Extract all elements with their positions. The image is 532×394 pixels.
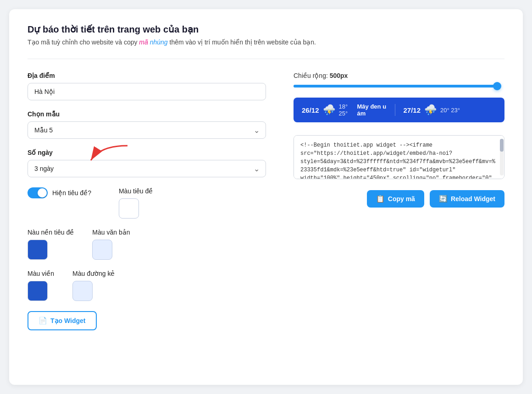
code-area-wrapper: <!--Begin thoitiet.app widget --><iframe… xyxy=(294,135,504,181)
page-title: Dự báo thời tiết trên trang web của bạn xyxy=(28,24,504,35)
main-card: Dự báo thời tiết trên trang web của bạn … xyxy=(9,9,523,385)
toggle-knob xyxy=(38,188,47,197)
line-color-swatch[interactable] xyxy=(72,281,93,301)
location-group: Địa điểm xyxy=(28,72,266,100)
width-value: 500px xyxy=(330,72,348,79)
days-select[interactable]: 1 ngày 2 ngày 3 ngày 5 ngày 7 ngày xyxy=(28,160,266,177)
line-color-group: Màu đường kẻ xyxy=(72,270,115,301)
bg-color-label: Nàu nền tiêu đề xyxy=(28,229,74,236)
weather-date-2: 27/12 xyxy=(404,106,421,114)
width-label-row: Chiều rộng: 500px xyxy=(294,72,504,79)
copy-icon: 📋 xyxy=(376,195,385,203)
days-group: Số ngày 1 ngày 2 ngày 3 ngày 5 ngày 7 ng… xyxy=(28,149,266,177)
border-color-group: Màu viền xyxy=(28,270,54,301)
location-label: Địa điểm xyxy=(28,72,266,79)
bg-color-group: Nàu nền tiêu đề xyxy=(28,229,74,260)
bg-color-swatch[interactable] xyxy=(28,240,48,260)
weather-day-2: 27/12 ⛈️ 20° 23° xyxy=(395,104,497,116)
reload-label: Reload Widget xyxy=(451,195,495,202)
location-input[interactable] xyxy=(28,83,266,100)
weather-desc-1: Mây đen u ám xyxy=(357,103,387,117)
create-widget-button[interactable]: 📄 Tạo Widget xyxy=(28,311,97,330)
slider-fill xyxy=(294,85,497,88)
copy-button[interactable]: 📋 Copy mã xyxy=(367,190,424,208)
title-color-group: Màu tiêu đề xyxy=(119,187,153,219)
template-group: Chọn mẫu Mẫu 1 Mẫu 2 Mẫu 3 Mẫu 4 Mẫu 5 ⌄ xyxy=(28,110,266,139)
slider-thumb[interactable] xyxy=(493,82,501,90)
scrollbar-thumb[interactable] xyxy=(500,139,504,152)
border-color-label: Màu viền xyxy=(28,270,54,277)
reload-widget-button[interactable]: 🔄 Reload Widget xyxy=(430,190,504,208)
days-select-wrapper: 1 ngày 2 ngày 3 ngày 5 ngày 7 ngày ⌄ xyxy=(28,160,266,177)
weather-date-1: 26/12 xyxy=(302,106,319,114)
template-label: Chọn mẫu xyxy=(28,110,266,118)
template-select[interactable]: Mẫu 1 Mẫu 2 Mẫu 3 Mẫu 4 Mẫu 5 xyxy=(28,121,266,139)
reload-icon: 🔄 xyxy=(439,195,448,203)
text-color-label: Màu văn bản xyxy=(92,229,130,236)
code-textarea[interactable]: <!--Begin thoitiet.app widget --><iframe… xyxy=(294,135,504,179)
show-title-label: Hiện tiêu đề? xyxy=(52,189,91,197)
create-widget-label: Tạo Widget xyxy=(50,317,86,324)
line-color-label: Màu đường kẻ xyxy=(72,270,115,277)
page-subtitle: Tạo mã tuỳ chỉnh cho website và copy mã … xyxy=(28,38,504,46)
width-slider-wrapper xyxy=(294,85,504,88)
divider xyxy=(28,59,504,59)
right-column: Chiều rộng: 500px 26/12 ⛈️ 18° 25° Mây đ… xyxy=(294,72,504,330)
weather-icon-2: ⛈️ xyxy=(424,104,437,116)
text-color-swatch[interactable] xyxy=(92,240,112,260)
title-color-swatch[interactable] xyxy=(119,198,139,219)
weather-temp-1: 18° 25° xyxy=(339,103,354,117)
title-color-label: Màu tiêu đề xyxy=(119,187,153,195)
text-color-group: Màu văn bản xyxy=(92,229,130,260)
border-color-swatch[interactable] xyxy=(28,281,48,301)
weather-preview: 26/12 ⛈️ 18° 25° Mây đen u ám 27/12 ⛈️ 2… xyxy=(294,98,504,122)
left-column: Địa điểm Chọn mẫu Mẫu 1 Mẫu 2 Mẫu 3 Mẫu … xyxy=(28,72,266,330)
show-title-toggle[interactable] xyxy=(28,187,48,198)
copy-label: Copy mã xyxy=(388,195,415,202)
weather-icon-1: ⛈️ xyxy=(323,104,335,116)
document-icon: 📄 xyxy=(39,317,47,325)
color-row-1: Nàu nền tiêu đề Màu văn bản xyxy=(28,229,266,260)
scrollbar-track xyxy=(500,139,504,175)
color-row-2: Màu viền Màu đường kẻ xyxy=(28,270,266,301)
weather-day-1: 26/12 ⛈️ 18° 25° Mây đen u ám xyxy=(302,103,395,117)
days-label: Số ngày xyxy=(28,149,266,156)
template-select-wrapper: Mẫu 1 Mẫu 2 Mẫu 3 Mẫu 4 Mẫu 5 ⌄ xyxy=(28,121,266,139)
bottom-buttons: 📋 Copy mã 🔄 Reload Widget xyxy=(294,190,504,208)
slider-track xyxy=(294,85,497,88)
two-col-layout: Địa điểm Chọn mẫu Mẫu 1 Mẫu 2 Mẫu 3 Mẫu … xyxy=(28,72,504,330)
show-title-row: Hiện tiêu đề? xyxy=(28,187,91,198)
weather-temp-2: 20° 23° xyxy=(440,107,460,114)
